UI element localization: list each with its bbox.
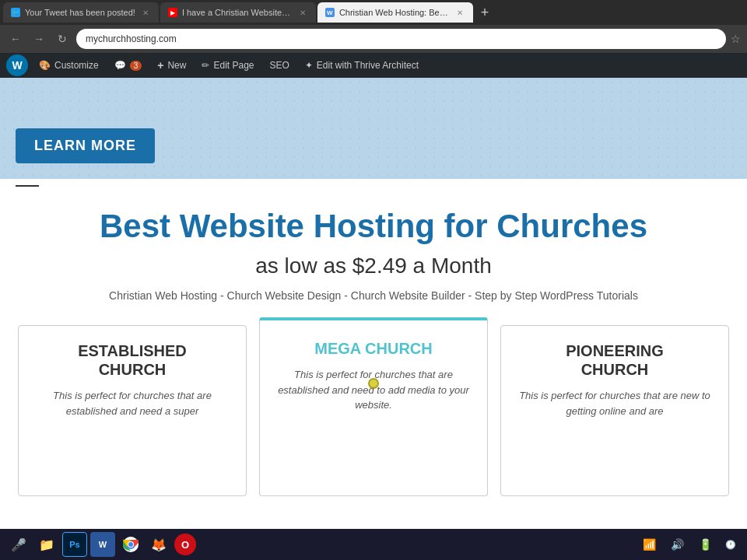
tab-youtube[interactable]: ▶ I have a Christian Website. Shou... ✕ — [160, 2, 316, 23]
edit-page-button[interactable]: ✏ Edit Page — [194, 53, 261, 78]
tab-close-youtube[interactable]: ✕ — [297, 7, 308, 18]
card-established: ESTABLISHED CHURCH This is perfect for c… — [18, 325, 247, 496]
comments-button[interactable]: 💬 3 — [107, 53, 150, 78]
refresh-button[interactable]: ↻ — [53, 30, 72, 48]
card-established-title: ESTABLISHED CHURCH — [34, 341, 230, 379]
price-subheading: as low as $2.49 a Month — [0, 254, 747, 278]
wp-admin-bar: W 🎨 Customize 💬 3 + New ✏ Edit Page SEO … — [0, 53, 747, 78]
opera-icon[interactable]: O — [174, 534, 196, 555]
tab-close-web[interactable]: ✕ — [454, 7, 465, 18]
comments-icon: 💬 — [114, 60, 126, 71]
new-icon: + — [157, 59, 163, 72]
word-icon[interactable]: W — [90, 532, 115, 557]
back-button[interactable]: ← — [6, 30, 25, 48]
wp-logo: W — [6, 54, 28, 76]
hero-section: LEARN MORE — [0, 78, 747, 179]
address-input[interactable]: mychurchhosting.com — [76, 29, 726, 49]
firefox-icon[interactable]: 🦊 — [146, 532, 171, 557]
thrive-architect-button[interactable]: ✦ Edit with Thrive Architect — [297, 53, 426, 78]
photoshop-icon[interactable]: Ps — [62, 532, 87, 557]
edit-page-icon: ✏ — [202, 60, 209, 71]
chrome-icon[interactable] — [118, 532, 143, 557]
tab-web[interactable]: W Christian Web Hosting: Best Web... ✕ — [317, 2, 473, 23]
address-bar: ← → ↻ mychurchhosting.com ☆ — [0, 25, 747, 53]
card-mega-title: MEGA CHURCH — [275, 339, 472, 358]
card-pioneering: PIONEERING CHURCH This is perfect for ch… — [500, 325, 729, 496]
separator-line — [16, 185, 39, 187]
wifi-icon[interactable]: 📶 — [637, 532, 661, 557]
file-explorer-icon[interactable]: 📁 — [34, 532, 59, 557]
card-established-desc: This is perfect for churches that are es… — [34, 388, 230, 418]
new-button[interactable]: + New — [149, 53, 194, 78]
tagline: Christian Web Hosting - Church Website D… — [0, 289, 747, 302]
tab-bar: 🐦 Your Tweet has been posted! ✕ ▶ I have… — [0, 0, 747, 25]
card-mega: MEGA CHURCH This is perfect for churches… — [259, 317, 488, 496]
system-clock: 🕐 — [721, 540, 741, 550]
card-pioneering-desc: This is perfect for churches that are ne… — [517, 388, 713, 418]
thrive-icon: ✦ — [305, 60, 313, 71]
new-tab-button[interactable]: + — [475, 2, 495, 23]
learn-more-button[interactable]: LEARN MORE — [16, 128, 155, 163]
forward-button[interactable]: → — [30, 30, 48, 48]
volume-icon[interactable]: 🔊 — [665, 532, 689, 557]
tab-twitter[interactable]: 🐦 Your Tweet has been posted! ✕ — [3, 2, 159, 23]
svg-point-3 — [128, 542, 133, 547]
battery-icon[interactable]: 🔋 — [693, 532, 717, 557]
cursor-indicator — [368, 378, 379, 389]
customize-button[interactable]: 🎨 Customize — [31, 53, 107, 78]
customize-icon: 🎨 — [39, 60, 51, 71]
bookmark-icon[interactable]: ☆ — [731, 33, 741, 45]
taskbar: 🎤 📁 Ps W 🦊 O 📶 🔊 🔋 🕐 — [0, 529, 747, 560]
card-pioneering-title: PIONEERING CHURCH — [517, 341, 713, 379]
main-content: Best Website Hosting for Churches as low… — [0, 193, 747, 512]
seo-button[interactable]: SEO — [262, 53, 297, 78]
microphone-icon[interactable]: 🎤 — [6, 532, 31, 557]
main-heading: Best Website Hosting for Churches — [0, 208, 747, 244]
cards-container: ESTABLISHED CHURCH This is perfect for c… — [0, 325, 747, 496]
card-mega-desc: This is perfect for churches that are es… — [275, 367, 472, 413]
tab-close-twitter[interactable]: ✕ — [140, 7, 151, 18]
